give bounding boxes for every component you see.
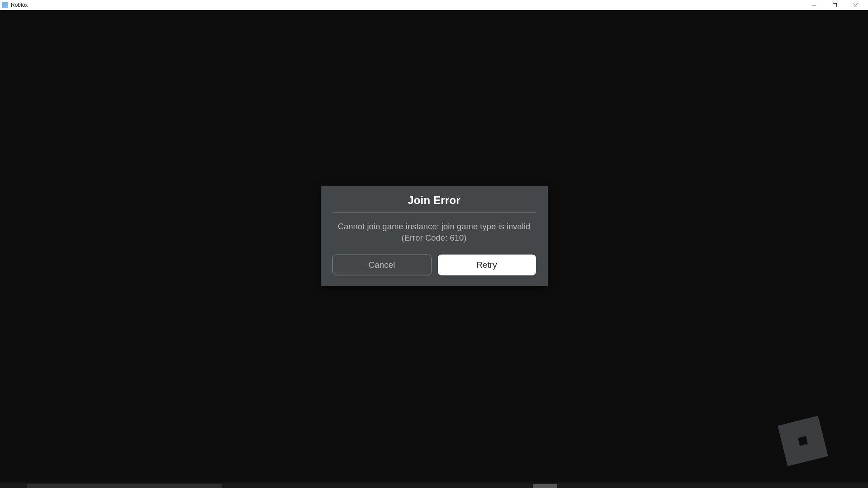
minimize-icon [811,3,816,8]
minimize-button[interactable] [807,1,820,9]
roblox-logo-icon [778,416,828,466]
bottom-strip [0,483,868,488]
error-dialog: Join Error Cannot join game instance: jo… [321,185,548,286]
dialog-message: Cannot join game instance: join game typ… [332,220,536,244]
maximize-icon [832,3,837,8]
cancel-button[interactable]: Cancel [332,255,432,275]
app-viewport: Join Error Cannot join game instance: jo… [0,10,868,488]
window-title: Roblox [11,2,28,8]
svg-rect-1 [833,3,836,7]
dialog-message-line1: Cannot join game instance: join game typ… [338,221,531,231]
dialog-title: Join Error [332,194,536,212]
bottom-strip-segment [27,484,222,488]
dialog-button-row: Cancel Retry [332,255,536,275]
close-icon [853,3,858,8]
window-titlebar: Roblox [0,0,868,10]
app-icon [2,2,8,8]
maximize-button[interactable] [828,1,841,9]
close-button[interactable] [849,1,862,9]
window-controls [807,1,866,9]
titlebar-left-group: Roblox [2,2,28,8]
dialog-message-line2: (Error Code: 610) [332,232,536,244]
roblox-logo-inner [798,436,808,446]
bottom-strip-segment [533,484,557,488]
dialog-divider [332,212,536,212]
retry-button[interactable]: Retry [438,255,536,275]
